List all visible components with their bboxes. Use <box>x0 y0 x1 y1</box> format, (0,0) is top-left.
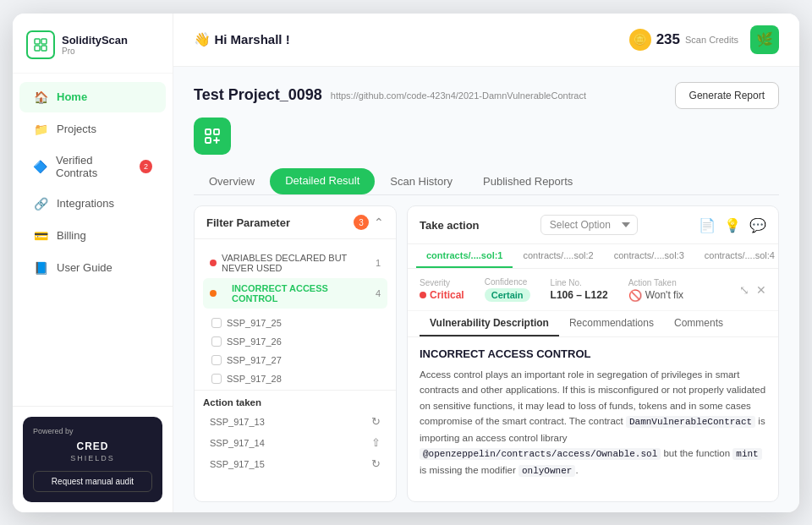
greeting: 👋 Hi Marshall ! <box>194 31 290 47</box>
action-title: Action taken <box>203 397 387 407</box>
tab-scan-history[interactable]: Scan History <box>375 168 468 196</box>
file-tab-1[interactable]: contracts/....sol:2 <box>513 244 603 268</box>
right-panel: Take action Select Option 📄 💡 💬 contract… <box>407 205 779 502</box>
file-tab-0[interactable]: contracts/....sol:1 <box>416 244 513 268</box>
result-tab-comments[interactable]: Comments <box>664 311 733 336</box>
credits-coin-icon: 🪙 <box>629 29 651 51</box>
file-name-2: SSP_917_27 <box>227 355 282 365</box>
file-checkbox-2[interactable] <box>211 355 222 365</box>
action-item-2[interactable]: SSP_917_15 ↻ <box>203 453 387 474</box>
vuln-body-3: but the function <box>661 448 732 458</box>
action-file-0: SSP_917_13 <box>210 417 265 427</box>
logo-icon <box>26 30 55 59</box>
powered-by-label: Powered by <box>33 427 152 435</box>
file-name-1: SSP_917_26 <box>227 336 282 347</box>
integrations-icon: 🔗 <box>33 196 48 211</box>
sidebar-bottom: Powered by CRED SHIELDS Request manual a… <box>13 406 173 512</box>
action-section: Action taken SSP_917_13 ↻ SSP_917_14 ⇧ S… <box>195 390 396 478</box>
file-checkbox-0[interactable] <box>211 318 222 328</box>
sidebar-item-projects[interactable]: 📁 Projects <box>19 114 166 145</box>
greeting-text: Hi Marshall ! <box>214 32 289 46</box>
file-item-0[interactable]: SSP_917_25 <box>195 314 396 332</box>
collapse-icon[interactable]: ⤡ <box>739 283 749 297</box>
main-tabs: Overview Detailed Result Scan History Pu… <box>194 168 779 196</box>
meta-confidence: Confidence Certain <box>485 277 530 302</box>
vuln-section: VARIABLES DECLARED BUT NEVER USED 1 INCO… <box>195 244 396 312</box>
sidebar-item-home[interactable]: 🏠 Home <box>19 82 166 112</box>
action-item-0[interactable]: SSP_917_13 ↻ <box>203 411 387 432</box>
sidebar-item-projects-label: Projects <box>57 123 96 135</box>
vuln-code-4: onlyOwner <box>518 465 575 477</box>
file-item-3[interactable]: SSP_917_28 <box>195 369 396 388</box>
file-checkbox-1[interactable] <box>211 336 222 347</box>
lineno-label: Line No. <box>551 278 608 287</box>
vuln-item-vars[interactable]: VARIABLES DECLARED BUT NEVER USED 1 <box>203 248 387 278</box>
tab-detailed-result[interactable]: Detailed Result <box>270 168 375 195</box>
svg-rect-4 <box>206 129 211 134</box>
sidebar-item-billing[interactable]: 💳 Billing <box>19 221 166 251</box>
file-tabs: contracts/....sol:1 contracts/....sol:2 … <box>408 244 778 269</box>
vuln-item-access[interactable]: INCORRECT ACCESS CONTROL 4 <box>203 278 387 309</box>
projects-icon: 📁 <box>33 122 48 137</box>
file-item-2[interactable]: SSP_917_27 <box>195 351 396 369</box>
confidence-label: Confidence <box>485 277 530 287</box>
vuln-code-1: DamnVulnerableContract <box>626 416 755 428</box>
action-select[interactable]: Select Option <box>540 215 638 235</box>
logo-area: SolidityScan Pro <box>13 14 173 74</box>
filter-toggle-icon[interactable]: ⌃ <box>374 216 384 229</box>
tab-published-reports[interactable]: Published Reports <box>468 168 588 196</box>
sidebar-item-integrations[interactable]: 🔗 Integrations <box>19 189 166 219</box>
meta-severity: Severity Critical <box>420 278 464 301</box>
sidebar: SolidityScan Pro 🏠 Home 📁 Projects 🔷 Ver… <box>13 14 173 512</box>
header: 👋 Hi Marshall ! 🪙 235 Scan Credits 🌿 <box>173 14 799 67</box>
file-item-1[interactable]: SSP_917_26 <box>195 332 396 351</box>
file-checkbox-3[interactable] <box>211 374 222 384</box>
severity-value: Critical <box>420 289 464 301</box>
comment-icon[interactable]: 💬 <box>749 217 766 233</box>
filter-icons: 3 ⌃ <box>354 215 384 230</box>
file-tab-2[interactable]: contracts/....sol:3 <box>604 244 694 268</box>
cred-shields-logo: CRED SHIELDS <box>70 440 115 462</box>
wont-fix-icon: 🚫 <box>628 289 642 302</box>
vuln-desc-body: Access control plays an important role i… <box>420 367 766 479</box>
vuln-dot-orange <box>210 290 217 297</box>
generate-report-button[interactable]: Generate Report <box>675 82 779 109</box>
sidebar-item-billing-label: Billing <box>57 229 86 242</box>
vuln-code-3: mint <box>732 448 761 460</box>
file-tab-3[interactable]: contracts/....sol:4 <box>694 244 778 268</box>
verified-badge: 2 <box>140 160 152 173</box>
vuln-body-5: . <box>575 465 578 475</box>
sidebar-nav: 🏠 Home 📁 Projects 🔷 Verified Contrats 2 … <box>13 74 173 406</box>
vuln-label-access: INCORRECT ACCESS CONTROL <box>222 283 370 304</box>
sidebar-item-verified-contracts[interactable]: 🔷 Verified Contrats 2 <box>19 146 166 187</box>
content-area: Test Project_0098 https://github.com/cod… <box>173 67 799 512</box>
verified-icon: 🔷 <box>33 159 47 174</box>
close-icon[interactable]: ✕ <box>756 283 766 297</box>
result-tab-vuln-desc[interactable]: Vulnerability Description <box>420 311 559 336</box>
action-file-1: SSP_917_14 <box>210 438 265 448</box>
audit-button[interactable]: Request manual audit <box>33 471 152 492</box>
action-item-1[interactable]: SSP_917_14 ⇧ <box>203 432 387 453</box>
meta-action-taken: Action Taken 🚫 Won't fix <box>628 278 683 302</box>
project-header: Test Project_0098 https://github.com/cod… <box>194 82 779 109</box>
panel-area: Filter Parameter 3 ⌃ VARIABLES DECLARED … <box>194 205 779 502</box>
vuln-dot-red <box>210 260 217 266</box>
cred-name: CRED <box>76 440 108 452</box>
sidebar-item-user-guide[interactable]: 📘 User Guide <box>19 253 166 283</box>
project-name: Test Project_0098 <box>194 86 322 104</box>
credits-number: 235 <box>656 31 680 48</box>
severity-label: Severity <box>420 278 464 287</box>
result-tab-recommendations[interactable]: Recommendations <box>559 311 664 336</box>
svg-rect-3 <box>41 46 47 51</box>
bulb-icon[interactable]: 💡 <box>724 217 741 233</box>
logo-text: SolidityScan Pro <box>62 34 128 56</box>
doc-icon[interactable]: 📄 <box>699 217 716 233</box>
action-icon-0: ↻ <box>371 415 381 428</box>
left-panel: Filter Parameter 3 ⌃ VARIABLES DECLARED … <box>194 205 397 502</box>
meta-close-buttons: ⤡ ✕ <box>739 283 766 297</box>
svg-rect-0 <box>35 39 40 44</box>
sidebar-item-user-guide-label: User Guide <box>57 261 112 274</box>
filter-title: Filter Parameter <box>206 216 290 229</box>
action-file-2: SSP_917_15 <box>210 459 265 469</box>
tab-overview[interactable]: Overview <box>194 168 270 196</box>
